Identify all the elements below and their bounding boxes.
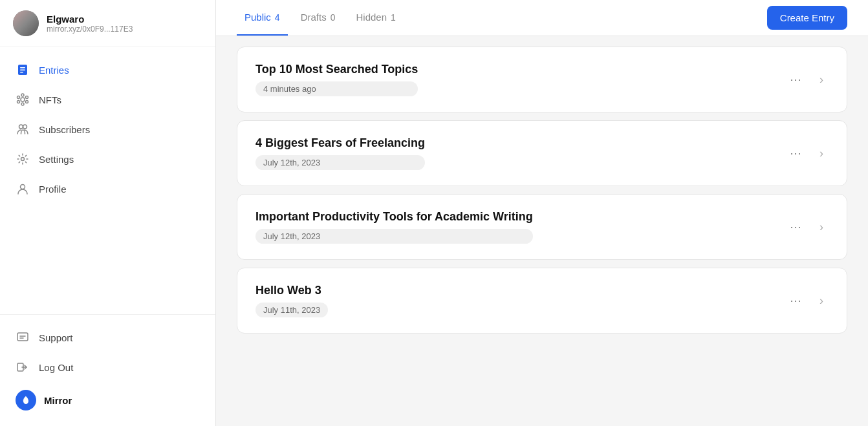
settings-icon	[16, 152, 30, 166]
svg-point-7	[17, 96, 20, 99]
svg-rect-15	[17, 333, 28, 341]
sidebar-nav: Entries NFTs	[0, 47, 215, 314]
tab-hidden[interactable]: Hidden 1	[348, 0, 403, 36]
support-label: Support	[39, 332, 73, 343]
tab-public[interactable]: Public 4	[237, 0, 288, 36]
svg-point-8	[26, 96, 28, 99]
entry-actions: ⋯ ›	[785, 144, 829, 163]
svg-point-14	[21, 185, 25, 189]
entry-more-button[interactable]: ⋯	[785, 70, 807, 89]
sidebar-item-entries[interactable]: Entries	[0, 55, 215, 85]
subscribers-icon	[16, 122, 30, 136]
entry-info: Hello Web 3 July 11th, 2023	[255, 284, 328, 317]
sidebar-header: Elgwaro mirror.xyz/0x0F9...117E3	[0, 0, 215, 47]
entry-info: Important Productivity Tools for Academi…	[255, 210, 533, 244]
entry-arrow-button[interactable]: ›	[814, 70, 829, 89]
svg-rect-3	[20, 72, 23, 73]
entry-title: Top 10 Most Searched Topics	[255, 63, 418, 76]
svg-rect-2	[20, 70, 25, 71]
nfts-label: NFTs	[39, 94, 61, 105]
sidebar-item-support[interactable]: Support	[0, 323, 215, 352]
tab-drafts-count: 0	[331, 12, 336, 23]
sidebar-item-logout[interactable]: Log Out	[0, 352, 215, 382]
entry-title: Hello Web 3	[255, 284, 328, 297]
tabs: Public 4 Drafts 0 Hidden 1	[237, 0, 404, 36]
nfts-icon	[16, 92, 30, 107]
mirror-icon	[16, 390, 36, 410]
main-header: Public 4 Drafts 0 Hidden 1 Create Entry	[216, 0, 868, 36]
user-address: mirror.xyz/0x0F9...117E3	[47, 25, 133, 34]
svg-point-6	[21, 103, 24, 105]
tab-drafts[interactable]: Drafts 0	[293, 0, 343, 36]
username: Elgwaro	[47, 14, 133, 25]
sidebar: Elgwaro mirror.xyz/0x0F9...117E3 Entries	[0, 0, 216, 426]
tab-hidden-count: 1	[391, 12, 396, 23]
sidebar-item-nfts[interactable]: NFTs	[0, 85, 215, 114]
entry-actions: ⋯ ›	[785, 70, 829, 89]
settings-label: Settings	[39, 154, 74, 165]
entries-icon	[16, 63, 30, 77]
user-info: Elgwaro mirror.xyz/0x0F9...117E3	[47, 14, 133, 34]
sidebar-item-subscribers[interactable]: Subscribers	[0, 114, 215, 144]
entry-more-button[interactable]: ⋯	[785, 144, 807, 163]
subscribers-label: Subscribers	[39, 124, 90, 135]
svg-point-12	[23, 125, 27, 129]
entry-info: Top 10 Most Searched Topics 4 minutes ag…	[255, 63, 418, 96]
create-entry-button[interactable]: Create Entry	[767, 6, 847, 30]
entry-date: July 12th, 2023	[255, 155, 425, 170]
svg-point-10	[26, 101, 28, 103]
support-icon	[16, 330, 30, 345]
table-row[interactable]: 4 Biggest Fears of Freelancing July 12th…	[237, 120, 847, 186]
profile-icon	[16, 182, 30, 196]
tab-drafts-label: Drafts	[301, 12, 327, 23]
logout-label: Log Out	[39, 362, 73, 373]
entry-date: July 11th, 2023	[255, 303, 328, 317]
entry-actions: ⋯ ›	[785, 291, 829, 310]
entry-info: 4 Biggest Fears of Freelancing July 12th…	[255, 136, 425, 170]
svg-point-11	[19, 125, 23, 129]
svg-point-5	[21, 94, 24, 96]
logout-icon	[16, 360, 30, 374]
tab-public-count: 4	[275, 12, 280, 23]
main-content: Public 4 Drafts 0 Hidden 1 Create Entry …	[216, 0, 868, 426]
sidebar-bottom: Support Log Out Mirror	[0, 314, 215, 426]
entries-label: Entries	[39, 65, 69, 76]
svg-point-13	[21, 158, 25, 161]
entry-title: 4 Biggest Fears of Freelancing	[255, 136, 425, 150]
entry-date: 4 minutes ago	[255, 81, 418, 96]
table-row[interactable]: Top 10 Most Searched Topics 4 minutes ag…	[237, 47, 847, 112]
tab-public-label: Public	[244, 12, 271, 23]
avatar	[13, 10, 39, 36]
sidebar-item-settings[interactable]: Settings	[0, 144, 215, 174]
entry-date: July 12th, 2023	[255, 229, 533, 244]
mirror-label: Mirror	[44, 395, 72, 406]
svg-point-4	[21, 98, 25, 101]
table-row[interactable]: Hello Web 3 July 11th, 2023 ⋯ ›	[237, 268, 847, 334]
sidebar-item-profile[interactable]: Profile	[0, 174, 215, 204]
entry-arrow-button[interactable]: ›	[814, 144, 829, 163]
svg-rect-1	[20, 67, 25, 69]
entry-more-button[interactable]: ⋯	[785, 291, 807, 310]
table-row[interactable]: Important Productivity Tools for Academi…	[237, 194, 847, 260]
entry-arrow-button[interactable]: ›	[814, 218, 829, 237]
entry-title: Important Productivity Tools for Academi…	[255, 210, 533, 224]
entry-arrow-button[interactable]: ›	[814, 292, 829, 310]
profile-label: Profile	[39, 184, 67, 195]
entry-list: Top 10 Most Searched Topics 4 minutes ag…	[216, 36, 868, 426]
tab-hidden-label: Hidden	[356, 12, 387, 23]
entry-actions: ⋯ ›	[785, 217, 829, 237]
entry-more-button[interactable]: ⋯	[785, 217, 807, 237]
svg-point-9	[17, 101, 20, 103]
mirror-branding: Mirror	[0, 382, 215, 418]
